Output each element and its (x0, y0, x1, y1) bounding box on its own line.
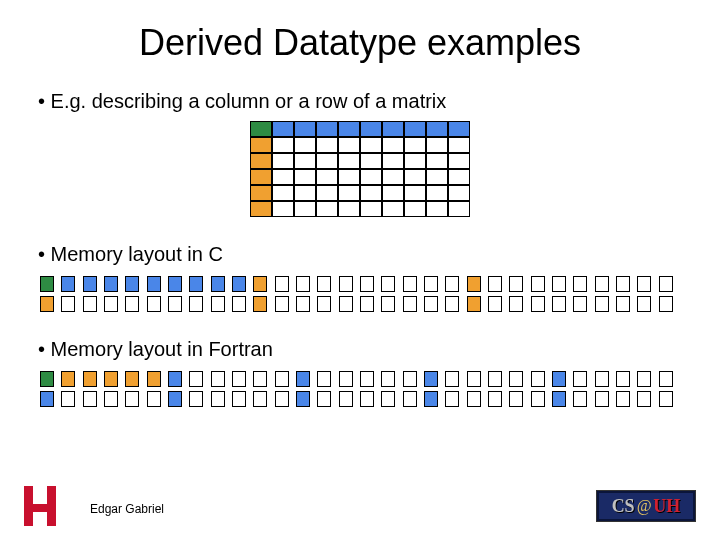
c-cell (296, 276, 310, 292)
c-cell (125, 296, 139, 312)
fortran-cell (424, 391, 438, 407)
c-cell (189, 296, 203, 312)
c-cell (381, 276, 395, 292)
c-cell (253, 276, 267, 292)
fortran-cell (317, 391, 331, 407)
fortran-cell (189, 371, 203, 387)
c-cell (637, 296, 651, 312)
c-cell (445, 296, 459, 312)
fortran-cell (232, 371, 246, 387)
c-cell (360, 276, 374, 292)
matrix-cell (250, 185, 272, 201)
c-cell (147, 296, 161, 312)
fortran-cell (403, 371, 417, 387)
badge-cs: CS (612, 496, 635, 517)
fortran-cell (445, 371, 459, 387)
c-cell (83, 276, 97, 292)
uh-logo-icon (18, 486, 62, 526)
c-cell (211, 276, 225, 292)
fortran-cell (253, 371, 267, 387)
fortran-cell (381, 371, 395, 387)
matrix-cell (250, 137, 272, 153)
matrix-cell (338, 201, 360, 217)
fortran-cell (595, 371, 609, 387)
matrix-cell (360, 185, 382, 201)
matrix-cell (448, 201, 470, 217)
c-cell (552, 276, 566, 292)
fortran-cell (296, 391, 310, 407)
c-cell (403, 296, 417, 312)
fortran-cell (232, 391, 246, 407)
c-cell (211, 296, 225, 312)
matrix-cell (382, 169, 404, 185)
c-cell (253, 296, 267, 312)
fortran-cell (552, 391, 566, 407)
c-cell (445, 276, 459, 292)
c-cell (488, 296, 502, 312)
bullet-fortran: Memory layout in Fortran (38, 338, 720, 361)
footer: Edgar Gabriel CS @ UH (0, 484, 720, 532)
c-cell (616, 296, 630, 312)
fortran-cell (531, 371, 545, 387)
fortran-cell (637, 391, 651, 407)
matrix-cell (338, 153, 360, 169)
c-cell (467, 276, 481, 292)
matrix-cell (382, 137, 404, 153)
page-title: Derived Datatype examples (0, 0, 720, 64)
matrix-cell (250, 153, 272, 169)
matrix-cell (316, 121, 338, 137)
fortran-cell (317, 371, 331, 387)
matrix-cell (294, 137, 316, 153)
matrix-cell (272, 201, 294, 217)
fortran-cell (573, 371, 587, 387)
matrix-cell (338, 185, 360, 201)
fortran-cell (488, 391, 502, 407)
c-cell (232, 276, 246, 292)
fortran-cell (296, 371, 310, 387)
matrix-cell (316, 185, 338, 201)
matrix-cell (382, 121, 404, 137)
matrix-cell (404, 185, 426, 201)
c-cell (531, 276, 545, 292)
matrix-cell (426, 169, 448, 185)
bullet-c: Memory layout in C (38, 243, 720, 266)
matrix-cell (272, 153, 294, 169)
c-cell (104, 276, 118, 292)
fortran-cell (83, 391, 97, 407)
matrix-cell (426, 121, 448, 137)
c-cell (61, 296, 75, 312)
c-cell (61, 276, 75, 292)
c-cell (189, 276, 203, 292)
c-cell (552, 296, 566, 312)
matrix-cell (404, 121, 426, 137)
matrix-cell (338, 169, 360, 185)
fortran-cell (509, 391, 523, 407)
c-cell (488, 276, 502, 292)
bullet-matrix: E.g. describing a column or a row of a m… (38, 90, 720, 113)
matrix-cell (360, 169, 382, 185)
fortran-cell (531, 391, 545, 407)
c-cell (40, 276, 54, 292)
matrix-cell (404, 137, 426, 153)
matrix-cell (294, 201, 316, 217)
fortran-cell (211, 391, 225, 407)
c-cell (40, 296, 54, 312)
author-label: Edgar Gabriel (90, 502, 164, 516)
fortran-cell (467, 371, 481, 387)
matrix-cell (316, 169, 338, 185)
matrix-cell (250, 201, 272, 217)
c-cell (168, 296, 182, 312)
fortran-cell (125, 371, 139, 387)
matrix-cell (426, 153, 448, 169)
fortran-cell (552, 371, 566, 387)
c-cell (573, 276, 587, 292)
c-cell (296, 296, 310, 312)
c-cell (104, 296, 118, 312)
c-cell (531, 296, 545, 312)
fortran-cell (339, 371, 353, 387)
fortran-cell (616, 391, 630, 407)
fortran-cell (125, 391, 139, 407)
fortran-cell (211, 371, 225, 387)
matrix-cell (316, 201, 338, 217)
badge-uh: UH (653, 496, 680, 517)
